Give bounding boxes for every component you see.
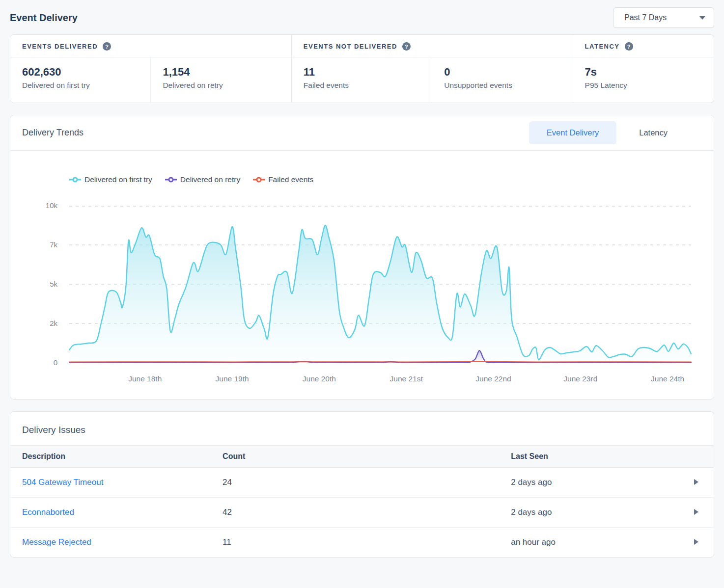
legend-marker-icon bbox=[69, 177, 81, 183]
tab-event-delivery[interactable]: Event Delivery bbox=[529, 121, 616, 144]
x-tick-label: June 20th bbox=[303, 374, 336, 383]
issue-link[interactable]: Econnaborted bbox=[22, 508, 74, 517]
issues-table: Description Count Last Seen 504 Gateway … bbox=[10, 445, 714, 557]
issues-title: Delivery Issues bbox=[10, 412, 714, 445]
metric-label: Failed events bbox=[304, 81, 420, 90]
chart-section: Delivered on first tryDelivered on retry… bbox=[10, 151, 714, 399]
event-delivery-page: Event Delivery Past 7 Days EVENTS DELIVE… bbox=[0, 0, 724, 566]
table-row: Message Rejected11an hour ago bbox=[10, 528, 714, 558]
series-line-2 bbox=[69, 362, 691, 362]
metric-value: 11 bbox=[304, 66, 420, 79]
table-row: 504 Gateway Timeout242 days ago bbox=[10, 468, 714, 498]
legend-label: Delivered on retry bbox=[180, 175, 240, 184]
chart-wrap: 02k5k7k10k bbox=[20, 206, 691, 363]
topbar: Event Delivery Past 7 Days bbox=[10, 6, 714, 29]
issue-count: 42 bbox=[211, 498, 499, 528]
metric-p95-latency: 7s P95 Latency bbox=[573, 57, 714, 103]
trends-title: Delivery Trends bbox=[22, 128, 84, 138]
page-title: Event Delivery bbox=[10, 12, 78, 24]
chevron-down-icon bbox=[699, 16, 705, 20]
metric-delivered-retry: 1,154 Delivered on retry bbox=[151, 57, 291, 103]
issue-last-seen: an hour ago bbox=[499, 528, 682, 558]
metric-value: 7s bbox=[585, 66, 702, 79]
date-range-value: Past 7 Days bbox=[624, 13, 667, 22]
stats-card: EVENTS DELIVERED ? EVENTS NOT DELIVERED … bbox=[10, 34, 714, 103]
table-row: Econnaborted422 days ago bbox=[10, 498, 714, 528]
series-area-0 bbox=[69, 225, 691, 363]
metric-delivered-first-try: 602,630 Delivered on first try bbox=[10, 57, 151, 103]
x-tick-label: June 18th bbox=[128, 374, 162, 383]
stats-section-label: EVENTS DELIVERED bbox=[22, 43, 98, 50]
metric-failed-events: 11 Failed events bbox=[292, 57, 432, 103]
y-tick-label: 2k bbox=[50, 319, 57, 327]
x-axis-labels: June 18thJune 19thJune 20thJune 21stJune… bbox=[69, 363, 691, 385]
x-tick-label: June 23rd bbox=[563, 374, 597, 383]
legend-item[interactable]: Failed events bbox=[253, 175, 313, 184]
tab-latency[interactable]: Latency bbox=[616, 121, 690, 144]
chart-legend: Delivered on first tryDelivered on retry… bbox=[69, 175, 691, 184]
y-tick-label: 10k bbox=[46, 201, 57, 210]
issue-link[interactable]: Message Rejected bbox=[22, 537, 91, 547]
legend-marker-icon bbox=[165, 177, 177, 183]
x-tick-label: June 19th bbox=[216, 374, 249, 383]
x-tick-label: June 24th bbox=[651, 374, 684, 383]
chevron-right-icon[interactable] bbox=[694, 479, 698, 485]
chevron-right-icon[interactable] bbox=[694, 539, 698, 545]
issue-count: 24 bbox=[211, 468, 499, 498]
help-icon[interactable]: ? bbox=[625, 42, 633, 51]
metric-value: 0 bbox=[444, 66, 560, 79]
stats-section-label: EVENTS NOT DELIVERED bbox=[304, 43, 397, 50]
metric-label: P95 Latency bbox=[585, 81, 702, 90]
column-header-count: Count bbox=[211, 446, 499, 468]
column-header-description: Description bbox=[10, 446, 211, 468]
metric-label: Delivered on retry bbox=[163, 81, 279, 90]
legend-label: Delivered on first try bbox=[84, 175, 152, 184]
trend-chart-svg bbox=[69, 206, 691, 363]
y-tick-label: 0 bbox=[54, 358, 57, 367]
delivery-trends-panel: Delivery Trends Event Delivery Latency D… bbox=[10, 115, 714, 400]
y-tick-label: 5k bbox=[50, 280, 57, 288]
issue-count: 11 bbox=[211, 528, 499, 558]
delivery-issues-panel: Delivery Issues Description Count Last S… bbox=[10, 411, 714, 558]
y-tick-label: 7k bbox=[50, 241, 57, 249]
stats-section-latency: LATENCY ? bbox=[573, 35, 714, 57]
help-icon[interactable]: ? bbox=[103, 42, 111, 51]
stats-section-label: LATENCY bbox=[585, 43, 620, 50]
stats-section-events-delivered: EVENTS DELIVERED ? bbox=[10, 35, 292, 57]
x-tick-label: June 22nd bbox=[475, 374, 511, 383]
column-header-actions bbox=[682, 446, 714, 468]
metric-label: Delivered on first try bbox=[22, 81, 139, 90]
issue-last-seen: 2 days ago bbox=[499, 498, 682, 528]
chart-plot bbox=[69, 206, 691, 363]
stats-section-events-not-delivered: EVENTS NOT DELIVERED ? bbox=[292, 35, 573, 57]
issue-link[interactable]: 504 Gateway Timeout bbox=[22, 478, 103, 487]
legend-marker-icon bbox=[253, 177, 265, 183]
legend-label: Failed events bbox=[268, 175, 313, 184]
metric-unsupported-events: 0 Unsupported events bbox=[432, 57, 573, 103]
y-axis-labels: 02k5k7k10k bbox=[20, 206, 69, 363]
metric-value: 602,630 bbox=[22, 66, 139, 79]
issues-table-header-row: Description Count Last Seen bbox=[10, 446, 714, 468]
x-tick-label: June 21st bbox=[390, 374, 423, 383]
issues-table-body: 504 Gateway Timeout242 days agoEconnabor… bbox=[10, 468, 714, 558]
help-icon[interactable]: ? bbox=[402, 42, 411, 51]
metric-value: 1,154 bbox=[163, 66, 279, 79]
metric-label: Unsupported events bbox=[444, 81, 560, 90]
column-header-last-seen: Last Seen bbox=[499, 446, 682, 468]
legend-item[interactable]: Delivered on retry bbox=[165, 175, 240, 184]
chevron-right-icon[interactable] bbox=[694, 509, 698, 515]
date-range-select[interactable]: Past 7 Days bbox=[613, 7, 714, 28]
trends-tabs: Event Delivery Latency bbox=[529, 121, 690, 144]
trends-header: Delivery Trends Event Delivery Latency bbox=[10, 115, 714, 151]
issue-last-seen: 2 days ago bbox=[499, 468, 682, 498]
legend-item[interactable]: Delivered on first try bbox=[69, 175, 152, 184]
